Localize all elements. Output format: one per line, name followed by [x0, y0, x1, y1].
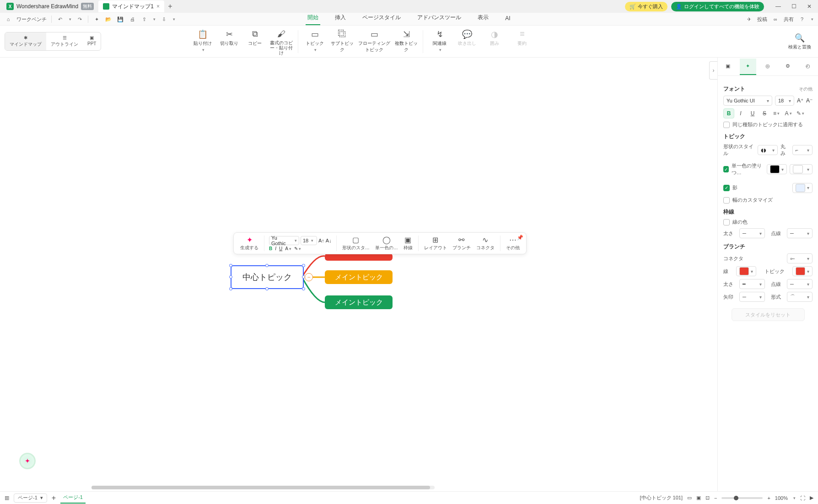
minimize-icon[interactable]: —	[771, 1, 785, 12]
scrollbar-thumb[interactable]	[91, 486, 430, 489]
view-ppt[interactable]: ▣PPT	[83, 32, 101, 50]
width-custom-checkbox[interactable]: 幅のカスタマイズ	[723, 197, 813, 204]
save-icon[interactable]: 💾	[117, 16, 124, 23]
document-tab[interactable]: マインドマップ1 ×	[98, 0, 164, 12]
zoom-in-button[interactable]: +	[767, 495, 770, 501]
page-select[interactable]: ページ-1▾	[14, 493, 47, 503]
side-tab-tag[interactable]: ◎	[759, 59, 776, 75]
format-select[interactable]: ⌒▾	[787, 292, 813, 302]
float-connector-button[interactable]: ∿コネクタ	[474, 236, 497, 251]
canvas[interactable]: 中心トピック − メイントピック メイントピック ✦生成する Y	[0, 58, 717, 491]
share-icon[interactable]: ∞	[772, 16, 779, 23]
topic-button[interactable]: ▭トピック▾	[301, 27, 328, 54]
font-color-icon[interactable]: A▾	[285, 246, 291, 251]
font-size-select[interactable]: 18▾	[775, 96, 794, 106]
undo-icon[interactable]: ↶	[56, 16, 64, 23]
float-font-select[interactable]: Yu Gothic▾	[269, 236, 299, 245]
zoom-out-button[interactable]: −	[714, 495, 717, 501]
fill-gradient-select[interactable]: ▾	[790, 164, 813, 174]
format-painter-button[interactable]: 🖌書式のコピー・貼り付け	[268, 27, 295, 57]
paste-button[interactable]: 📋貼り付け▾	[189, 27, 216, 54]
resize-handle[interactable]	[229, 287, 232, 290]
side-tab-icon[interactable]: ⚙	[780, 59, 796, 75]
main-topic-node-3[interactable]: メイントピック	[325, 295, 393, 309]
highlight-button[interactable]: ✎▾	[795, 108, 806, 118]
view-mindmap[interactable]: ✱マインドマップ	[5, 32, 46, 50]
float-size-select[interactable]: 18▾	[301, 236, 317, 245]
thickness-select[interactable]: ─▾	[739, 228, 765, 238]
side-tab-history[interactable]: ◴	[800, 59, 816, 75]
resize-handle[interactable]	[229, 264, 232, 267]
resize-handle[interactable]	[265, 264, 269, 267]
page-tab[interactable]: ページ-1	[60, 492, 86, 504]
zoom-out-fit-icon[interactable]: ⊡	[705, 495, 710, 501]
side-tab-style[interactable]: ✦	[740, 59, 756, 75]
shadow-color-select[interactable]: ▾	[792, 183, 813, 193]
share-link[interactable]: 共有	[784, 16, 794, 23]
outline-toggle-icon[interactable]: ▥	[5, 495, 9, 501]
fill-checkbox[interactable]: ✓単一色の塗りつ…	[723, 162, 764, 176]
font-color-button[interactable]: A▾	[783, 108, 794, 118]
pin-icon[interactable]: 📌	[517, 235, 523, 241]
branch-thickness-select[interactable]: ━▾	[739, 279, 765, 289]
home-icon[interactable]: ⌂	[5, 16, 12, 23]
shadow-checkbox[interactable]: ✓影	[723, 184, 737, 191]
font-family-select[interactable]: Yu Gothic UI▾	[723, 96, 772, 106]
fullscreen-icon[interactable]: ⛶	[800, 495, 805, 501]
ai-generate-button[interactable]: ✦生成する	[237, 236, 261, 251]
ai-bubble-button[interactable]: ✦	[19, 453, 36, 469]
bold-icon[interactable]: B	[269, 246, 272, 251]
font-increase-icon[interactable]: A↑	[318, 238, 324, 243]
underline-icon[interactable]: U	[279, 246, 282, 251]
help-icon[interactable]: ?	[798, 16, 806, 23]
present-icon[interactable]: ▶	[810, 495, 813, 501]
send-icon[interactable]: ✈	[745, 16, 753, 23]
font-decrease-icon[interactable]: A↓	[326, 238, 332, 243]
zoom-value[interactable]: 100%	[775, 495, 788, 501]
open-icon[interactable]: 📂	[105, 16, 112, 23]
buy-button[interactable]: 🛒 今すぐ購入	[625, 2, 667, 11]
border-color-checkbox[interactable]: 線の色	[723, 219, 813, 225]
resize-handle[interactable]	[229, 275, 232, 279]
fit-width-icon[interactable]: ▭	[687, 495, 692, 501]
font-decrease-icon[interactable]: A⁻	[806, 97, 813, 104]
zoom-slider[interactable]	[721, 497, 763, 499]
float-border-button[interactable]: ▣枠線	[401, 236, 415, 251]
font-other[interactable]: その他	[799, 86, 813, 92]
close-window-icon[interactable]: ✕	[802, 1, 816, 12]
bold-button[interactable]: B	[723, 108, 734, 118]
post-link[interactable]: 投稿	[757, 16, 767, 23]
view-outline[interactable]: ☰アウトライン	[46, 32, 83, 50]
relation-button[interactable]: ↯関連線▾	[426, 27, 453, 54]
tab-add-button[interactable]: +	[164, 0, 176, 12]
import-icon[interactable]: ⇩	[160, 16, 167, 23]
print-icon[interactable]: 🖨	[129, 16, 136, 23]
side-tab-page[interactable]: ▣	[720, 59, 736, 75]
multi-topic-button[interactable]: ⇲複数トピック	[393, 27, 420, 55]
strike-button[interactable]: S	[759, 108, 770, 118]
new-icon[interactable]: ✦	[93, 16, 100, 23]
search-replace-button[interactable]: 🔍検索と置換	[786, 31, 813, 52]
resize-handle[interactable]	[302, 264, 305, 267]
round-select[interactable]: ⌐▾	[792, 145, 813, 155]
resize-handle[interactable]	[302, 287, 305, 290]
export-icon[interactable]: ⇪	[140, 16, 148, 23]
underline-button[interactable]: U	[747, 108, 758, 118]
workbench-link[interactable]: ワークベンチ	[16, 16, 47, 23]
shape-style-select[interactable]: ◖◗▾	[758, 145, 778, 155]
floating-topic-button[interactable]: ▭フローティングトピック	[356, 27, 393, 55]
redo-icon[interactable]: ↷	[76, 16, 83, 23]
italic-icon[interactable]: I	[275, 246, 276, 251]
cut-button[interactable]: ✂切り取り	[216, 27, 242, 48]
branch-dash-select[interactable]: ─▾	[787, 279, 813, 289]
main-topic-node-2[interactable]: メイントピック	[325, 270, 393, 284]
center-topic-node[interactable]: 中心トピック	[231, 265, 304, 289]
connector-select[interactable]: ⟜▾	[787, 253, 813, 263]
font-increase-icon[interactable]: A⁺	[797, 97, 803, 104]
float-shape-button[interactable]: ▢形状のスタ…	[339, 236, 372, 251]
float-branch-button[interactable]: ⚯ブランチ	[450, 236, 474, 251]
maximize-icon[interactable]: ☐	[787, 1, 801, 12]
add-page-button[interactable]: +	[52, 494, 56, 502]
reset-style-button[interactable]: スタイルをリセット	[732, 308, 805, 321]
fill-color-select[interactable]: ▾	[767, 164, 787, 174]
